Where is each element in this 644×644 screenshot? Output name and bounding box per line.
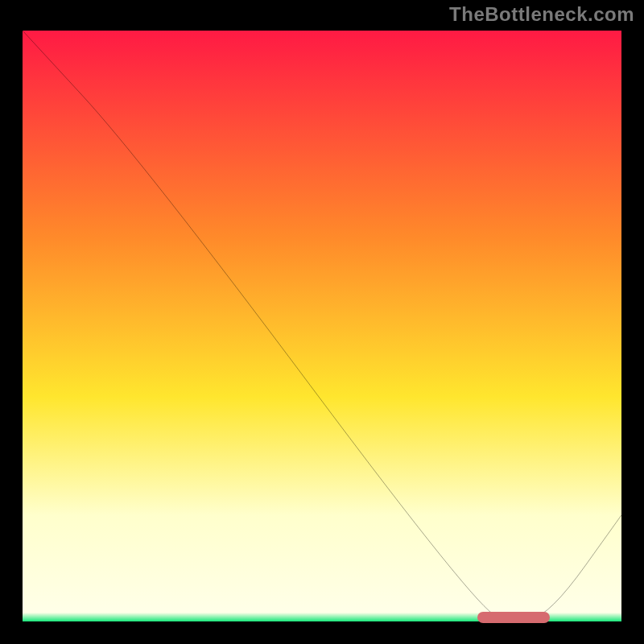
bottleneck-curve <box>23 31 621 621</box>
attribution-text: TheBottleneck.com <box>449 3 634 26</box>
chart-frame: TheBottleneck.com <box>0 0 644 644</box>
optimal-range-marker <box>477 612 549 623</box>
plot-area <box>23 31 621 621</box>
